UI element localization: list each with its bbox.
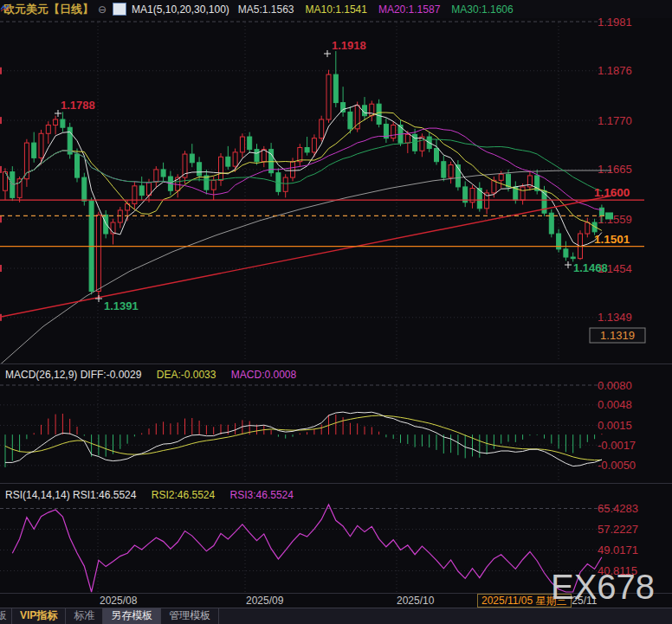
svg-text:0.0080: 0.0080 [598, 379, 632, 392]
mini-chart-icon[interactable] [113, 3, 126, 16]
chart-header-bar: 欧元美元【日线】 ⊖ MA1(5,10,20,30,100) MA5:1.156… [0, 0, 672, 18]
template-tab-bar: 板 VIP指标 标准 另存模板 管理模板 [0, 608, 672, 624]
svg-text:-0.0017: -0.0017 [598, 439, 636, 452]
symbol-title[interactable]: 欧元美元【日线】 [3, 2, 94, 17]
svg-text:1.1918: 1.1918 [332, 39, 366, 52]
tab-manage-template[interactable]: 管理模板 [161, 608, 219, 624]
axis-date-sep: 2025/09 [246, 595, 283, 607]
svg-text:1.1319: 1.1319 [600, 329, 635, 342]
price-chart-canvas[interactable]: 1.19811.18761.17701.16651.15591.14541.13… [0, 0, 672, 364]
tab-clipped[interactable]: 板 [0, 608, 12, 624]
svg-text:65.4283: 65.4283 [598, 502, 638, 515]
svg-text:1.1665: 1.1665 [598, 163, 632, 176]
svg-text:1.1600: 1.1600 [594, 186, 630, 199]
ma5-value: MA5:1.1563 [238, 3, 294, 16]
svg-text:1.1349: 1.1349 [598, 311, 632, 324]
macd-chart-canvas[interactable]: 0.00800.00480.0015-0.0017-0.0050 [0, 364, 672, 484]
ex678-watermark: EX678 [551, 568, 655, 607]
macd-bar-value: MACD:0.0008 [231, 369, 296, 381]
svg-text:1.1468: 1.1468 [573, 261, 608, 274]
svg-text:1.1770: 1.1770 [598, 114, 632, 127]
svg-text:1.1501: 1.1501 [594, 233, 630, 246]
rsi3-value: RSI3:46.5524 [230, 489, 294, 501]
svg-text:1.1788: 1.1788 [61, 99, 95, 112]
rsi2-value: RSI2:46.5524 [152, 489, 215, 501]
ma20-value: MA20:1.1587 [378, 3, 440, 16]
svg-text:49.0171: 49.0171 [598, 544, 638, 556]
svg-text:57.2227: 57.2227 [598, 523, 638, 536]
svg-text:0.0015: 0.0015 [598, 419, 632, 432]
rsi1-value: RSI(14,14,14) RSI1:46.5524 [5, 489, 136, 501]
collapse-icon[interactable]: ⊖ [98, 3, 107, 16]
ma-params-label: MA1(5,10,20,30,100) [132, 3, 229, 16]
svg-text:1.1391: 1.1391 [104, 299, 139, 312]
svg-text:1.1876: 1.1876 [598, 64, 632, 77]
macd-diff-value: MACD(26,12,9) DIFF:-0.0029 [5, 369, 141, 381]
macd-header: MACD(26,12,9) DIFF:-0.0029 DEA:-0.0033 M… [5, 369, 296, 381]
svg-text:-0.0050: -0.0050 [598, 459, 636, 472]
axis-date-oct: 2025/10 [397, 595, 434, 607]
rsi-header: RSI(14,14,14) RSI1:46.5524 RSI2:46.5524 … [5, 489, 294, 501]
tab-save-template[interactable]: 另存模板 [103, 608, 161, 624]
axis-date-aug: 2025/08 [100, 595, 137, 607]
svg-text:0.0048: 0.0048 [598, 398, 632, 411]
ma10-value: MA10:1.1541 [306, 3, 367, 16]
tab-standard[interactable]: 标准 [66, 608, 103, 624]
tab-vip-indicators[interactable]: VIP指标 [12, 608, 66, 624]
ma30-value: MA30:1.1606 [451, 3, 513, 16]
macd-dea-value: DEA:-0.0033 [157, 369, 216, 381]
